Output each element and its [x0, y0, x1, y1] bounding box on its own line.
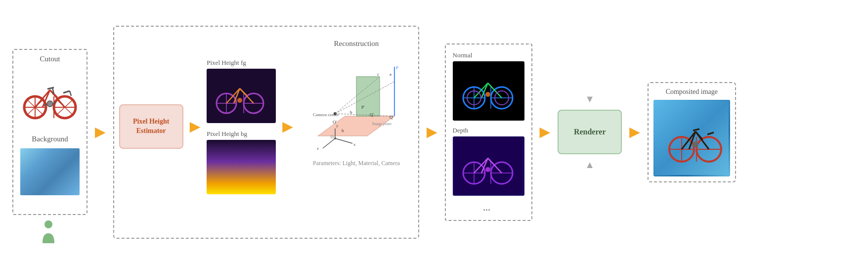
svg-rect-85 [654, 101, 729, 175]
svg-text:a: a [390, 72, 391, 77]
svg-text:z: z [317, 146, 319, 151]
normal-label: Normal [453, 51, 524, 59]
composited-section: Composited image [648, 82, 736, 182]
svg-line-50 [323, 138, 335, 148]
cutout-image [20, 70, 80, 127]
svg-text:b: b [350, 110, 352, 115]
svg-line-16 [63, 91, 70, 93]
arrow-up-icon: ▲ [585, 159, 595, 171]
arrow-5-icon: ► [536, 123, 554, 141]
svg-line-17 [70, 91, 71, 96]
svg-point-18 [47, 101, 53, 107]
params-label: Parameters: Light, Material, Camera [313, 160, 400, 167]
arrow-3-icon: ► [279, 118, 297, 135]
svg-point-72 [485, 92, 490, 97]
arrow-1-icon: ► [91, 123, 109, 141]
svg-text:Q: Q [390, 115, 393, 120]
renderer-arrows: ▼ [585, 93, 595, 105]
svg-rect-59 [454, 62, 522, 119]
pixel-height-bg-label: Pixel Height bg [207, 130, 276, 138]
svg-text:Q': Q' [370, 112, 374, 117]
svg-text:P': P' [361, 105, 365, 110]
arrow-5: ► [536, 123, 554, 141]
svg-text:x: x [353, 142, 356, 147]
reconstruction-section: Reconstruction Camera center P c [300, 33, 413, 220]
svg-text:Image plane: Image plane [372, 122, 392, 126]
arrow-2: ► [186, 118, 204, 135]
composited-bicycle-svg [654, 101, 729, 175]
dots-label: ... [483, 202, 490, 213]
svg-line-52 [335, 138, 352, 143]
arrow-2-icon: ► [186, 118, 204, 135]
pixel-height-bg-section: Pixel Height bg [207, 130, 276, 194]
svg-text:h: h [342, 128, 344, 133]
diagram-container: Cutout [0, 0, 868, 259]
person-svg [39, 219, 58, 244]
pixel-height-fg-label: Pixel Height fg [207, 59, 276, 67]
svg-text:Camera center: Camera center [313, 112, 339, 117]
arrow-3: ► [279, 118, 297, 135]
background-label: Background [32, 135, 68, 143]
normal-section: Normal [453, 51, 524, 121]
svg-point-98 [693, 141, 698, 147]
pipeline-section: Pixel Height Estimator ► Pixel Height fg [113, 26, 419, 239]
arrow-1: ► [91, 123, 109, 141]
renderer-label: Renderer [574, 127, 606, 137]
dots-section: ... [453, 202, 521, 213]
svg-point-99 [44, 220, 52, 228]
svg-point-84 [485, 167, 490, 172]
reconstruction-label: Reconstruction [334, 40, 379, 48]
pixel-height-fg-section: Pixel Height fg [207, 59, 276, 123]
reconstruction-svg: Camera center P c a b P' Q' Q O' h [303, 52, 409, 156]
arrow-4: ► [423, 123, 441, 141]
composited-label: Composited image [666, 88, 718, 96]
svg-rect-21 [209, 70, 273, 122]
composited-image [653, 100, 730, 176]
arrow-6: ► [626, 123, 644, 141]
normal-image [453, 61, 524, 121]
arrow-4-icon: ► [423, 123, 441, 141]
normal-bicycle-svg [454, 62, 522, 119]
background-image [20, 148, 80, 195]
svg-point-32 [237, 98, 242, 103]
arrow-down-top-icon: ▼ [585, 93, 595, 105]
estimator-label: Pixel Height Estimator [133, 117, 170, 135]
renderer-box: Renderer [558, 110, 622, 154]
svg-marker-34 [356, 77, 380, 116]
person-icon [39, 219, 58, 244]
svg-text:O: O [331, 135, 334, 139]
depth-bicycle-svg [454, 137, 522, 194]
bicycle-cutout-svg [20, 70, 80, 127]
render-outputs-section: Normal [445, 43, 532, 221]
depth-section: Depth [453, 127, 524, 196]
arrow-6-icon: ► [626, 123, 644, 141]
input-section: Cutout [12, 49, 87, 215]
cutout-label: Cutout [40, 55, 60, 63]
pixel-height-fg-image [207, 69, 276, 123]
heights-column: Pixel Height fg [207, 59, 276, 194]
renderer-wrapper: ▼ Renderer ▲ [558, 93, 622, 171]
pixel-height-bg-image [207, 140, 276, 194]
renderer-arrow-up: ▲ [585, 159, 595, 171]
svg-text:c: c [377, 72, 379, 77]
svg-point-56 [334, 137, 336, 139]
fg-bicycle-svg [209, 70, 273, 122]
bg-gradient [20, 148, 80, 195]
svg-text:P: P [396, 65, 398, 70]
svg-rect-73 [454, 137, 522, 194]
estimator-box: Pixel Height Estimator [119, 104, 183, 149]
svg-marker-33 [318, 116, 394, 136]
depth-label: Depth [453, 127, 524, 134]
svg-text:y: y [336, 123, 339, 128]
depth-image [453, 136, 524, 196]
